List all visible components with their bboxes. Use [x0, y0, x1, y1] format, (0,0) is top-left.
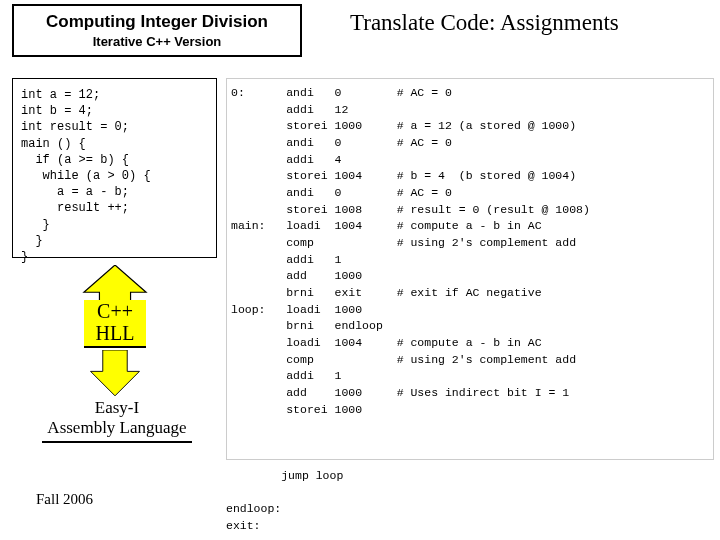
title: Computing Integer Division	[22, 12, 292, 32]
cpp-hll-label: C++ HLL	[84, 300, 146, 348]
assembly-code-block: 0: andi 0 # AC = 0 addi 12 storei 1000 #…	[226, 78, 714, 460]
svg-marker-1	[91, 350, 140, 396]
cpp-code-block: int a = 12; int b = 4; int result = 0; m…	[12, 78, 217, 258]
title-box: Computing Integer Division Iterative C++…	[12, 4, 302, 57]
assembly-footer-block: jump loop endloop: exit:	[226, 468, 343, 535]
footer-text: Fall 2006	[36, 491, 93, 508]
slide-title: Translate Code: Assignments	[350, 10, 619, 36]
easy-assembly-label: Easy-I Assembly Language	[42, 398, 192, 443]
subtitle: Iterative C++ Version	[22, 34, 292, 49]
